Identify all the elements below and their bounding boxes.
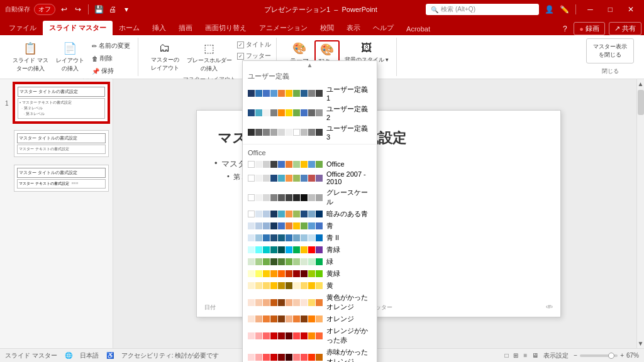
undo-icon[interactable]: ↩ — [59, 4, 69, 14]
zoom-minus-btn[interactable]: − — [574, 352, 577, 359]
rename-button[interactable]: ✏ 名前の変更 — [89, 40, 133, 52]
zoom-bar: − + 67% — [574, 352, 639, 359]
insert-placeholder-button[interactable]: ⬚ プレースホルダーの挿入 — [184, 40, 235, 74]
close-group-label: 閉じる — [602, 66, 619, 75]
background-style-button[interactable]: 🖼 背景のスタイル ▾ — [342, 40, 392, 65]
insert-slide-master-icon: 📋 — [23, 41, 37, 55]
zoom-slider[interactable] — [580, 354, 618, 357]
slide-main-title[interactable]: マスター タイトルの書式設定 — [214, 126, 543, 151]
tab-review[interactable]: 校閲 — [314, 21, 340, 35]
display-settings-label: 表示設定 — [543, 351, 569, 360]
slide-bullet-1: • マスター テキストの書式設 — [214, 158, 543, 170]
display-settings-icon[interactable]: 🖥 — [532, 352, 538, 359]
ribbon-group-master-edit: 📋 スライド マスターの挿入 📄 レイアウトの挿入 ✏ 名前の変更 🗑 削除 📌 — [5, 38, 138, 76]
slide-thumbnail-1[interactable]: 1 マスター タイトルの書式設定 • マスター テキストの書式設定 · 第２レベ… — [13, 82, 110, 124]
insert-slide-master-button[interactable]: 📋 スライド マスターの挿入 — [10, 40, 51, 74]
edit-mode-icon[interactable]: ✏️ — [559, 4, 569, 14]
title-bar-left: 自動保存 オフ ↩ ↪ 💾 🖨 ▾ — [5, 4, 216, 15]
status-bar: スライド マスター 🌐 日本語 ♿ アクセシビリティ: 検討が必要です □ ⊞ … — [0, 348, 644, 362]
window-minimize[interactable]: ─ — [582, 4, 598, 15]
search-icon: 🔍 — [431, 6, 438, 13]
insert-placeholder-icon: ⬚ — [204, 41, 214, 55]
zoom-handle[interactable] — [608, 353, 614, 359]
slide2-title: マスター タイトルの書式設定 — [17, 133, 106, 143]
view-list-icon[interactable]: ≡ — [523, 352, 527, 359]
slide-thumbnail-3[interactable]: マスター タイトルの書式設定 マスター テキストの書式設定 ■■■ — [13, 163, 110, 193]
background-style-icon: 🖼 — [361, 41, 372, 55]
scroll-thumb[interactable] — [638, 90, 644, 115]
footer-center: フッター — [370, 304, 392, 312]
help-icon[interactable]: ? — [560, 24, 570, 34]
footer-checkbox[interactable]: ✓ フッター — [237, 52, 271, 60]
redo-icon[interactable]: ↪ — [73, 4, 83, 14]
preserve-label: 保持 — [101, 67, 114, 75]
view-normal-icon[interactable]: □ — [504, 352, 508, 359]
title-bar: 自動保存 オフ ↩ ↪ 💾 🖨 ▾ プレゼンテーション1 – PowerPoin… — [0, 0, 644, 19]
preserve-button[interactable]: 📌 保持 — [89, 65, 133, 77]
tab-file[interactable]: ファイル — [3, 21, 43, 35]
share-button[interactable]: ↗ 共有 — [609, 22, 641, 35]
separator — [88, 4, 89, 14]
title-bar-right: 🔍 検索 (Alt+Q) 👤 ✏️ ─ □ ✕ — [426, 4, 639, 15]
rename-icon: ✏ — [92, 43, 97, 50]
record-button[interactable]: ● 録画 — [574, 22, 605, 35]
record-dot-icon: ● — [579, 25, 584, 33]
more-commands-icon[interactable]: ▾ — [121, 4, 131, 14]
ribbon-group-theme-edit: 🎨 テーマ 🎨 配色 ▾ 🖼 背景のスタイル ▾ テーマの編集 — [282, 38, 397, 76]
tab-acrobat[interactable]: Acrobat — [400, 23, 436, 35]
rename-label: 名前の変更 — [99, 41, 130, 50]
zoom-plus-btn[interactable]: + — [620, 352, 624, 359]
title-checkbox[interactable]: ✓ タイトル — [237, 40, 271, 49]
ribbon-group-close: マスター表示を閉じる 閉じる — [581, 38, 639, 76]
tab-draw[interactable]: 描画 — [172, 21, 199, 35]
autosave-toggle[interactable]: オフ — [34, 4, 55, 15]
preserve-icon: 📌 — [92, 68, 99, 75]
share-icon: ↗ — [614, 25, 620, 33]
master-layout-content: 🗂 マスターのレイアウト ⬚ プレースホルダーの挿入 ✓ タイトル ✓ フッター — [148, 38, 271, 74]
title-checkbox-box: ✓ — [237, 41, 244, 48]
bullet1-text: マスター テキストの書式設 — [221, 158, 322, 170]
tab-animations[interactable]: アニメーション — [253, 21, 314, 35]
tab-insert[interactable]: 挿入 — [146, 21, 172, 35]
insert-layout-icon: 📄 — [63, 41, 77, 55]
zoom-level: 67% — [626, 352, 639, 359]
insert-layout-button[interactable]: 📄 レイアウトの挿入 — [53, 40, 87, 74]
tab-help[interactable]: ヘルプ — [367, 21, 400, 35]
slide-body: • マスター テキストの書式設 • 第２レベル — [214, 158, 543, 182]
insert-layout-label: レイアウトの挿入 — [56, 57, 84, 73]
color-scheme-button[interactable]: 🎨 配色 ▾ — [314, 40, 340, 69]
autosave-label: 自動保存 — [5, 5, 30, 14]
app-name: PowerPoint — [342, 6, 377, 13]
bullet2-dot: • — [227, 172, 230, 180]
slide-bullet-2: • 第２レベル — [227, 172, 543, 182]
scroll-down-btn[interactable]: ▼ — [636, 339, 644, 348]
footer-page: ‹#› — [546, 304, 553, 312]
window-restore[interactable]: □ — [603, 4, 618, 15]
delete-button[interactable]: 🗑 削除 — [89, 53, 133, 64]
quick-print-icon[interactable]: 🖨 — [108, 4, 118, 14]
window-close[interactable]: ✕ — [623, 4, 639, 15]
footer-date: 日付 — [204, 304, 216, 312]
tab-view[interactable]: 表示 — [340, 21, 367, 35]
delete-icon: 🗑 — [92, 55, 98, 62]
tab-slide-master[interactable]: スライド マスター — [43, 21, 113, 35]
scroll-up-btn[interactable]: ▲ — [636, 79, 644, 89]
slide3-content: マスター テキストの書式設定 ■■■ — [17, 179, 106, 189]
tab-transitions[interactable]: 画面切り替え — [199, 21, 253, 35]
theme-button[interactable]: 🎨 テーマ — [287, 40, 312, 67]
search-box[interactable]: 🔍 検索 (Alt+Q) — [426, 4, 539, 15]
ribbon: 📋 スライド マスターの挿入 📄 レイアウトの挿入 ✏ 名前の変更 🗑 削除 📌 — [0, 35, 644, 79]
slide1-title: マスター タイトルの書式設定 — [18, 87, 105, 97]
tab-home[interactable]: ホーム — [113, 21, 146, 35]
user-icon[interactable]: 👤 — [544, 4, 554, 14]
quick-save-icon[interactable]: 💾 — [94, 4, 104, 14]
close-master-view-button[interactable]: マスター表示を閉じる — [586, 38, 634, 63]
view-grid-icon[interactable]: ⊞ — [513, 352, 518, 359]
theme-edit-content: 🎨 テーマ 🎨 配色 ▾ 🖼 背景のスタイル ▾ — [287, 38, 392, 69]
accessibility-icon: ♿ — [106, 352, 114, 359]
theme-edit-label: テーマの編集 — [322, 69, 356, 79]
separator2 — [575, 4, 576, 14]
title-label: タイトル — [246, 40, 271, 49]
slide-thumbnail-2[interactable]: マスター タイトルの書式設定 マスター テキストの書式設定 — [13, 129, 110, 158]
master-layout-button[interactable]: 🗂 マスターのレイアウト — [148, 40, 182, 74]
